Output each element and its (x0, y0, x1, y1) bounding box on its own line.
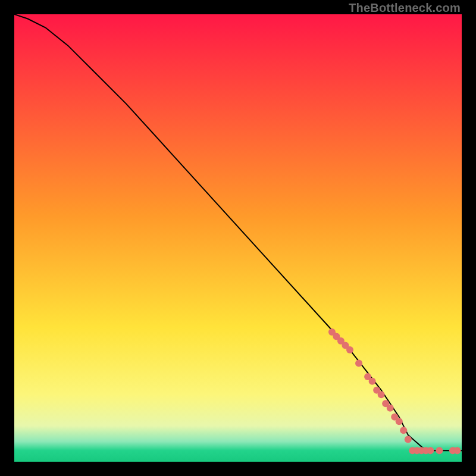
data-marker (396, 418, 403, 425)
data-marker (405, 436, 412, 443)
data-marker (369, 378, 376, 385)
data-marker (378, 391, 385, 398)
data-marker (355, 360, 362, 367)
watermark-text: TheBottleneck.com (349, 1, 461, 15)
data-marker (436, 447, 443, 454)
data-marker (427, 447, 434, 454)
plot-area (14, 14, 462, 462)
main-curve (14, 14, 462, 450)
marker-group (328, 328, 461, 454)
data-marker (453, 447, 461, 454)
data-marker (346, 346, 353, 353)
data-marker (387, 405, 394, 412)
chart-stage: TheBottleneck.com (0, 0, 476, 476)
curve-layer (14, 14, 462, 462)
data-marker (400, 427, 407, 434)
